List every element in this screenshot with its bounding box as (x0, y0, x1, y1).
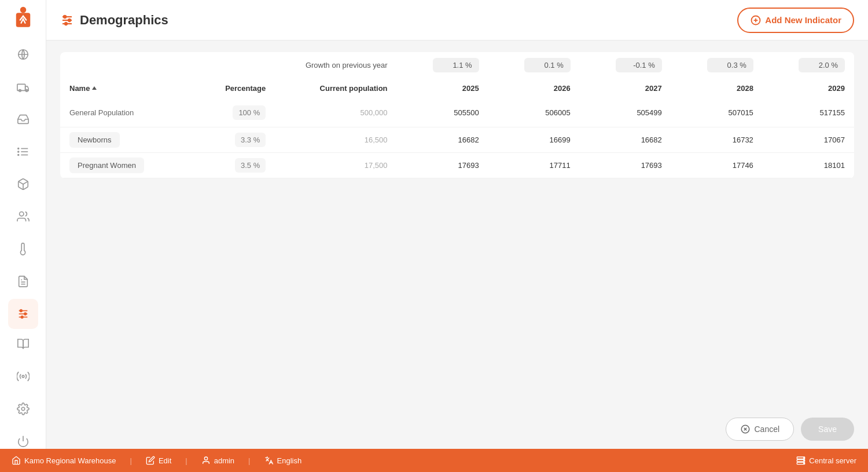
status-edit[interactable]: Edit (146, 456, 171, 465)
row1-y2027-value: 16682 (641, 136, 662, 144)
row2-y2028: 17746 (671, 153, 763, 178)
svg-rect-3 (17, 84, 25, 90)
divider-3: | (248, 456, 250, 465)
row0-curpop-value: 500,000 (361, 108, 388, 117)
sidebar-item-thermometer[interactable] (8, 234, 38, 264)
sliders-header-icon (60, 13, 74, 27)
row2-name-value: Pregnant Women (69, 158, 144, 173)
row0-y2029: 517155 (763, 98, 854, 127)
row0-y2028: 507015 (671, 98, 763, 127)
row1-curpop-value: 16,500 (365, 136, 388, 144)
row0-name: General Population (60, 98, 192, 127)
save-label: Save (818, 425, 837, 434)
app-logo[interactable] (9, 6, 37, 30)
sidebar-item-cube[interactable] (8, 169, 38, 199)
col-header-name: Name (60, 78, 192, 98)
server-label: Central server (809, 456, 856, 465)
svg-point-41 (804, 458, 804, 458)
row1-y2025-value: 16682 (458, 136, 479, 144)
row2-y2027-value: 17693 (641, 161, 662, 170)
y2029-col-header: 2029 (828, 84, 845, 93)
row0-pct-value: 100 % (233, 105, 266, 120)
row2-y2029-value: 18101 (824, 161, 845, 170)
svg-point-10 (17, 151, 19, 152)
sidebar-item-power[interactable] (8, 426, 38, 449)
divider-1: | (130, 456, 132, 465)
warehouse-label: Kamo Regional Warehouse (24, 456, 116, 465)
main-content: Demographics Add New Indicator Growth on… (46, 0, 868, 449)
row2-y2026: 17711 (488, 153, 580, 178)
row2-pct: 3.5 % (192, 153, 275, 178)
row2-curpop: 17,500 (275, 153, 396, 178)
status-user[interactable]: admin (201, 456, 234, 465)
svg-point-21 (21, 316, 23, 319)
growth-val-2026: 0.1 % (488, 52, 580, 78)
sidebar-item-globe[interactable] (8, 39, 38, 69)
plus-circle-icon (750, 14, 762, 26)
sidebar-item-sliders[interactable] (8, 299, 38, 329)
svg-point-29 (68, 19, 71, 21)
svg-point-9 (17, 148, 19, 149)
svg-point-42 (804, 460, 804, 461)
page-title: Demographics (80, 13, 168, 28)
sidebar-item-book[interactable] (8, 329, 38, 359)
row0-y2027: 505499 (580, 98, 671, 127)
row0-y2028-value: 507015 (728, 108, 753, 117)
status-server[interactable]: Central server (796, 456, 856, 465)
sidebar-item-settings[interactable] (8, 394, 38, 424)
svg-point-20 (24, 313, 26, 315)
row0-name-value: General Population (69, 108, 134, 117)
row2-y2029: 18101 (763, 153, 854, 178)
add-indicator-label: Add New Indicator (765, 15, 841, 25)
svg-point-13 (19, 212, 23, 216)
translate-icon (264, 456, 274, 465)
row0-y2025: 505500 (397, 98, 488, 127)
row0-y2029-value: 517155 (820, 108, 845, 117)
home-icon (12, 456, 21, 465)
sidebar-item-people[interactable] (8, 202, 38, 232)
edit-label: Edit (159, 456, 171, 465)
sidebar-bottom (8, 329, 38, 449)
sidebar-item-inbox[interactable] (8, 104, 38, 134)
growth-label: Growth on previous year (306, 61, 388, 69)
svg-point-23 (21, 407, 25, 411)
col-header-current-population: Current population (275, 78, 396, 98)
cancel-button[interactable]: Cancel (726, 418, 794, 441)
svg-point-28 (64, 15, 66, 17)
svg-point-1 (20, 7, 26, 13)
language-label: English (277, 456, 302, 465)
col-header-2025: 2025 (397, 78, 488, 98)
sidebar-item-truck[interactable] (8, 72, 38, 102)
row1-y2025: 16682 (397, 127, 488, 153)
row1-pct-value: 3.3 % (235, 133, 266, 147)
sidebar-item-document[interactable] (8, 266, 38, 297)
add-indicator-button[interactable]: Add New Indicator (737, 8, 854, 33)
growth-val-2028: 0.3 % (671, 52, 763, 78)
col-header-2029: 2029 (763, 78, 854, 98)
row1-pct: 3.3 % (192, 127, 275, 153)
user-label: admin (214, 456, 234, 465)
status-language[interactable]: English (264, 456, 302, 465)
row2-curpop-value: 17,500 (365, 161, 388, 170)
sidebar-item-signal[interactable] (8, 361, 38, 391)
sidebar-nav (8, 39, 38, 329)
row1-y2028: 16732 (671, 127, 763, 153)
growth-val-2025: 1.1 % (397, 52, 488, 78)
svg-point-37 (204, 457, 207, 460)
y2025-col-header: 2025 (462, 84, 479, 93)
row1-y2029: 17067 (763, 127, 854, 153)
sidebar-item-list[interactable] (8, 137, 38, 167)
row2-y2028-value: 17746 (733, 161, 753, 170)
save-button[interactable]: Save (801, 418, 854, 441)
status-warehouse[interactable]: Kamo Regional Warehouse (12, 456, 116, 465)
col-header-2026: 2026 (488, 78, 580, 98)
edit-icon (146, 456, 155, 465)
row2-y2026-value: 17711 (550, 161, 571, 170)
user-icon (201, 456, 211, 465)
row2-y2025: 17693 (397, 153, 488, 178)
row2-pct-value: 3.5 % (235, 158, 266, 173)
col-header-2028: 2028 (671, 78, 763, 98)
row2-name: Pregnant Women (60, 153, 192, 178)
row0-curpop: 500,000 (275, 98, 396, 127)
demographics-table: Growth on previous year 1.1 % 0.1 % -0.1… (60, 52, 854, 178)
